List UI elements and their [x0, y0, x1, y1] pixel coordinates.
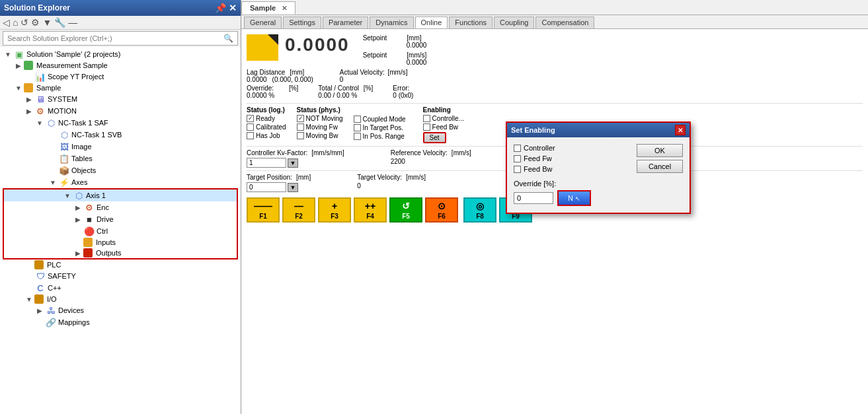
fn-f5-button[interactable]: ↺ F5 [389, 197, 422, 223]
tab-functions[interactable]: Functions [449, 17, 493, 28]
dialog-ok-button[interactable]: OK [637, 144, 683, 157]
tree-item-enc[interactable]: ▶ ⚙ Enc [4, 201, 237, 213]
tab-coupling[interactable]: Coupling [494, 17, 534, 28]
fn-f2-button[interactable]: — F2 [282, 197, 315, 223]
kv-input[interactable] [247, 158, 286, 168]
home-icon[interactable]: ⌂ [13, 17, 18, 28]
nctask1saf-icon: ⬡ [45, 118, 57, 128]
tab-settings[interactable]: Settings [283, 17, 321, 28]
tree-item-safety[interactable]: 🛡 SAFETY [0, 270, 241, 282]
tree-item-tables[interactable]: 📋 Tables [0, 153, 241, 164]
objects-icon: 📦 [58, 165, 70, 176]
tree-item-objects[interactable]: 📦 Objects [0, 164, 241, 176]
pin-icon[interactable]: 📌 [215, 3, 226, 13]
override-set-button[interactable]: N ↖ [557, 190, 591, 206]
fn-f3-button[interactable]: + F3 [318, 197, 351, 223]
dialog-close-button[interactable]: ✕ [675, 125, 686, 135]
toggle-solution[interactable]: ▼ [3, 51, 13, 58]
fn-f8-button[interactable]: ◎ F8 [463, 197, 496, 223]
close-icon[interactable]: ✕ [229, 3, 237, 13]
image-icon: 🖼 [58, 141, 70, 152]
plc-icon [34, 260, 44, 269]
motion-icon: ⚙ [34, 106, 46, 116]
back-icon[interactable]: ◁ [3, 17, 10, 28]
tree-item-motion[interactable]: ▶ ⚙ MOTION [0, 105, 241, 117]
f6-symbol: ⊙ [438, 201, 446, 211]
toggle-enc[interactable]: ▶ [73, 204, 83, 211]
tree-item-system[interactable]: ▶ 🖥 SYSTEM [0, 93, 241, 105]
override-dialog-input[interactable] [514, 192, 553, 204]
tree-item-io[interactable]: ▼ I/O [0, 294, 241, 304]
tree-item-outputs[interactable]: ▶ Outputs [4, 248, 237, 258]
tab-parameter[interactable]: Parameter [323, 17, 368, 28]
status-phys-section: Status (phys.) NOT Moving Moving Fw Movi… [297, 106, 343, 143]
scope-icon: 📊 [34, 71, 46, 82]
fn-f4-button[interactable]: ++ F4 [354, 197, 387, 223]
tree-item-axes[interactable]: ▼ ⚡ Axes [0, 176, 241, 188]
dialog-cb-controller[interactable] [514, 145, 521, 152]
search-input[interactable] [7, 34, 223, 42]
fn-f1-button[interactable]: —— F1 [247, 197, 280, 223]
tree-item-image[interactable]: 🖼 Image [0, 141, 241, 153]
toggle-system[interactable]: ▶ [24, 96, 34, 103]
tree-item-nctask1svb[interactable]: ⬡ NC-Task 1 SVB [0, 129, 241, 141]
toggle-outputs[interactable]: ▶ [73, 250, 83, 257]
cb-calibrated [247, 123, 254, 131]
dialog-cb-feedbw-row: Feed Bw [514, 165, 630, 173]
se-toolbar: ◁ ⌂ ↺ ⚙ ▼ 🔧 — [0, 16, 241, 30]
tree-item-ctrl[interactable]: 🔴 Ctrl [4, 225, 237, 237]
override-section-dialog: Override [%]: N ↖ [514, 180, 630, 206]
tab-online[interactable]: Online [415, 17, 448, 28]
kv-down-arrow[interactable]: ▼ [288, 158, 298, 168]
override-value: 0.0000 % [247, 92, 298, 99]
tree-item-drive[interactable]: ▶ ■ Drive [4, 213, 237, 225]
tree-item-cpp[interactable]: C C++ [0, 282, 241, 294]
search-box[interactable]: 🔍 [3, 31, 238, 46]
motion-label: MOTION [48, 107, 77, 115]
set-button[interactable]: Set [423, 132, 446, 143]
tree-item-meas-sample[interactable]: ▶ Measurement Sample [0, 60, 241, 71]
tree-item-inputs[interactable]: Inputs [4, 237, 237, 248]
tree-item-nctask1saf[interactable]: ▼ ⬡ NC-Task 1 SAF [0, 117, 241, 129]
cb-notmoving [297, 115, 304, 122]
minus-icon[interactable]: — [68, 17, 77, 28]
toggle-axes[interactable]: ▼ [48, 179, 58, 186]
target-pos-arrow[interactable]: ▼ [288, 183, 298, 192]
tab-general[interactable]: General [244, 17, 282, 28]
toggle-nctask1saf[interactable]: ▼ [34, 120, 45, 127]
dialog-cancel-button[interactable]: Cancel [637, 160, 683, 173]
target-pos-section: Target Position: [mm] ▼ [247, 174, 311, 192]
toggle-motion[interactable]: ▶ [24, 108, 34, 115]
tree-item-plc[interactable]: PLC [0, 259, 241, 270]
override-section: Override: [%] 0.0000 % [247, 85, 298, 99]
tree-item-sample[interactable]: ▼ Sample [0, 83, 241, 93]
toggle-devices[interactable]: ▶ [34, 307, 45, 314]
tab-dynamics[interactable]: Dynamics [370, 17, 413, 28]
override-set-icon: N [568, 194, 573, 202]
toggle-drive[interactable]: ▶ [73, 216, 83, 223]
toggle-meas-sample[interactable]: ▶ [13, 62, 24, 69]
settings-icon[interactable]: ⚙ [31, 17, 40, 28]
toggle-axis1[interactable]: ▼ [62, 192, 73, 199]
dialog-cb-feedbw[interactable] [514, 166, 521, 173]
toggle-io[interactable]: ▼ [24, 296, 34, 303]
target-pos-input[interactable] [247, 182, 286, 192]
main-tab-close[interactable]: ✕ [282, 5, 287, 12]
refresh-icon[interactable]: ↺ [20, 17, 28, 28]
tab-compensation[interactable]: Compensation [535, 17, 594, 28]
fn-f6-button[interactable]: ⊙ F6 [425, 197, 458, 223]
wrench-icon[interactable]: 🔧 [54, 17, 65, 28]
dialog-cb-feedfw[interactable] [514, 155, 521, 162]
tree-item-mappings[interactable]: 🔗 Mappings [0, 316, 241, 328]
tree-item-solution[interactable]: ▼ ▣ Solution 'Sample' (2 projects) [0, 48, 241, 60]
main-tab-sample[interactable]: Sample ✕ [241, 1, 296, 15]
tree-item-axis1[interactable]: ▼ ⬡ Axis 1 [4, 190, 237, 201]
tree-item-scope[interactable]: 📊 Scope YT Project [0, 71, 241, 83]
tree-item-devices[interactable]: ▶ 🖧 Devices [0, 304, 241, 316]
filter-icon[interactable]: ▼ [42, 17, 52, 28]
toggle-sample[interactable]: ▼ [13, 85, 24, 92]
label-coupled: Coupled Mode [363, 116, 406, 123]
setpoint2-unit: [mm/s] [407, 52, 426, 59]
cpp-label: C++ [48, 284, 61, 292]
override-input-row: N ↖ [514, 190, 630, 206]
